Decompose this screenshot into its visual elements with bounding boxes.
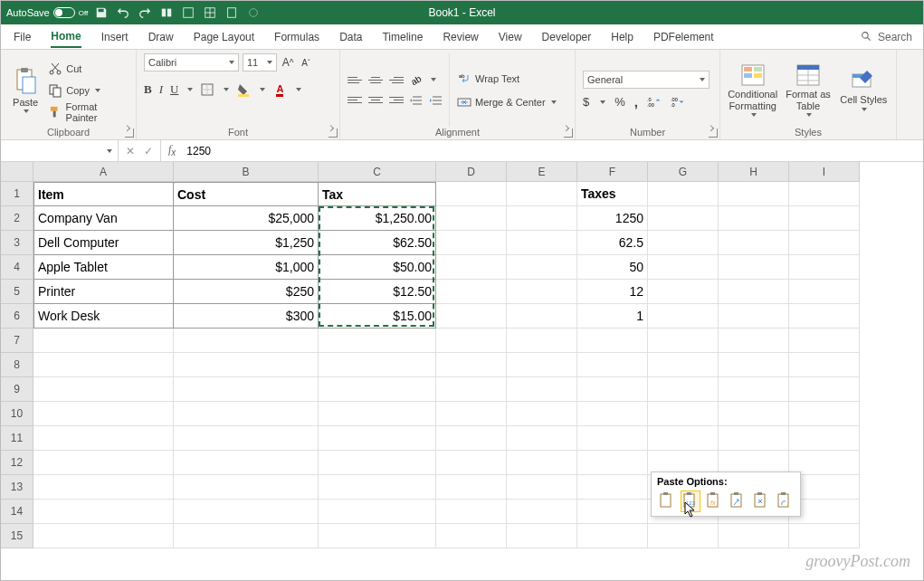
cell-A5[interactable]: Printer <box>33 280 174 304</box>
tab-formulas[interactable]: Formulas <box>274 27 319 47</box>
cell-C6[interactable]: $15.00 <box>319 304 436 329</box>
paste-option-link[interactable] <box>775 491 795 512</box>
fx-icon[interactable]: fx <box>161 143 183 157</box>
cell-F5[interactable]: 12 <box>577 280 648 304</box>
paste-option-paste[interactable] <box>657 491 677 512</box>
format-as-table-button[interactable]: Format as Table <box>783 63 833 116</box>
align-left[interactable] <box>348 94 364 107</box>
font-color-button[interactable]: A <box>272 82 287 97</box>
cell-I2[interactable] <box>789 206 860 231</box>
font-size-combo[interactable]: 11 <box>243 53 277 71</box>
cell-H4[interactable] <box>719 255 789 280</box>
cell-I4[interactable] <box>789 255 860 280</box>
column-header-A[interactable]: A <box>33 162 174 182</box>
increase-font-icon[interactable]: A^ <box>281 55 295 70</box>
cell-I6[interactable] <box>789 304 860 329</box>
tab-data[interactable]: Data <box>339 27 362 47</box>
row-header-14[interactable]: 14 <box>1 500 33 524</box>
number-dialog-launcher[interactable] <box>709 129 718 138</box>
tab-timeline[interactable]: Timeline <box>382 27 423 47</box>
cell-E10[interactable] <box>507 402 577 426</box>
tab-view[interactable]: View <box>499 27 522 47</box>
cell-A13[interactable] <box>33 475 174 500</box>
cell-B1[interactable]: Cost <box>174 182 319 206</box>
cell-G2[interactable] <box>648 206 719 231</box>
cell-E12[interactable] <box>507 451 577 475</box>
cell-C7[interactable] <box>319 329 436 353</box>
font-dialog-launcher[interactable] <box>329 129 338 138</box>
cell-B13[interactable] <box>174 475 319 500</box>
row-header-12[interactable]: 12 <box>1 451 33 475</box>
cell-D2[interactable] <box>436 206 507 231</box>
cell-C4[interactable]: $50.00 <box>319 255 436 280</box>
row-header-2[interactable]: 2 <box>1 206 33 231</box>
cell-I11[interactable] <box>789 426 860 451</box>
cell-I7[interactable] <box>789 329 860 353</box>
cell-B10[interactable] <box>174 402 319 426</box>
cell-B2[interactable]: $25,000 <box>174 206 319 231</box>
cell-G15[interactable] <box>648 524 719 548</box>
cell-D5[interactable] <box>436 280 507 304</box>
cell-D8[interactable] <box>436 353 507 377</box>
qat-icon-1[interactable] <box>160 6 173 19</box>
tab-page-layout[interactable]: Page Layout <box>194 27 254 47</box>
cell-F13[interactable] <box>577 475 648 500</box>
column-header-C[interactable]: C <box>319 162 436 182</box>
row-header-4[interactable]: 4 <box>1 255 33 280</box>
cell-A11[interactable] <box>33 426 174 451</box>
cell-E7[interactable] <box>507 329 577 353</box>
comma-button[interactable]: , <box>634 94 638 110</box>
fill-color-button[interactable] <box>236 82 251 97</box>
autosave-toggle[interactable]: AutoSave Off <box>6 7 88 18</box>
format-painter-button[interactable]: Format Painter <box>48 103 129 121</box>
cell-D13[interactable] <box>436 475 507 500</box>
cell-H15[interactable] <box>719 524 789 548</box>
cell-E1[interactable] <box>507 182 577 206</box>
cell-F4[interactable]: 50 <box>577 255 648 280</box>
cell-G5[interactable] <box>648 280 719 304</box>
cell-E2[interactable] <box>507 206 577 231</box>
increase-indent-button[interactable] <box>429 94 443 109</box>
redo-icon[interactable] <box>138 6 151 19</box>
cell-A15[interactable] <box>33 524 174 548</box>
cell-E4[interactable] <box>507 255 577 280</box>
decrease-font-icon[interactable]: Aˇ <box>299 55 313 70</box>
cell-B12[interactable] <box>174 451 319 475</box>
tab-insert[interactable]: Insert <box>101 27 129 47</box>
cell-I9[interactable] <box>789 377 860 402</box>
cell-A6[interactable]: Work Desk <box>33 304 174 329</box>
decrease-decimal-button[interactable]: .00.0 <box>671 95 685 110</box>
cell-H10[interactable] <box>719 402 789 426</box>
paste-option-transpose[interactable] <box>728 491 748 512</box>
column-header-I[interactable]: I <box>789 162 860 182</box>
row-header-10[interactable]: 10 <box>1 402 33 426</box>
increase-decimal-button[interactable]: .0.00 <box>647 95 662 110</box>
cell-B14[interactable] <box>174 500 319 524</box>
cell-A10[interactable] <box>33 402 174 426</box>
cell-C14[interactable] <box>319 500 436 524</box>
search-box[interactable]: Search <box>861 31 912 43</box>
row-header-7[interactable]: 7 <box>1 329 33 353</box>
cell-B6[interactable]: $300 <box>174 304 319 329</box>
row-header-6[interactable]: 6 <box>1 304 33 329</box>
name-box[interactable] <box>1 140 119 161</box>
cell-C10[interactable] <box>319 402 436 426</box>
cell-styles-button[interactable]: Cell Styles <box>839 69 889 110</box>
cell-D9[interactable] <box>436 377 507 402</box>
cell-H1[interactable] <box>719 182 789 206</box>
orientation-button[interactable]: ab <box>409 72 424 87</box>
cell-C9[interactable] <box>319 377 436 402</box>
column-header-B[interactable]: B <box>174 162 319 182</box>
number-format-combo[interactable]: General <box>583 71 710 89</box>
row-header-8[interactable]: 8 <box>1 353 33 377</box>
cancel-formula-icon[interactable]: ✕ <box>126 145 135 157</box>
cell-D12[interactable] <box>436 451 507 475</box>
cell-A2[interactable]: Company Van <box>33 206 174 231</box>
cell-G9[interactable] <box>648 377 719 402</box>
cell-C13[interactable] <box>319 475 436 500</box>
cell-I3[interactable] <box>789 231 860 255</box>
cell-B15[interactable] <box>174 524 319 548</box>
conditional-formatting-button[interactable]: Conditional Formatting <box>728 63 777 116</box>
cell-D7[interactable] <box>436 329 507 353</box>
cell-C2[interactable]: $1,250.00 <box>319 206 436 231</box>
